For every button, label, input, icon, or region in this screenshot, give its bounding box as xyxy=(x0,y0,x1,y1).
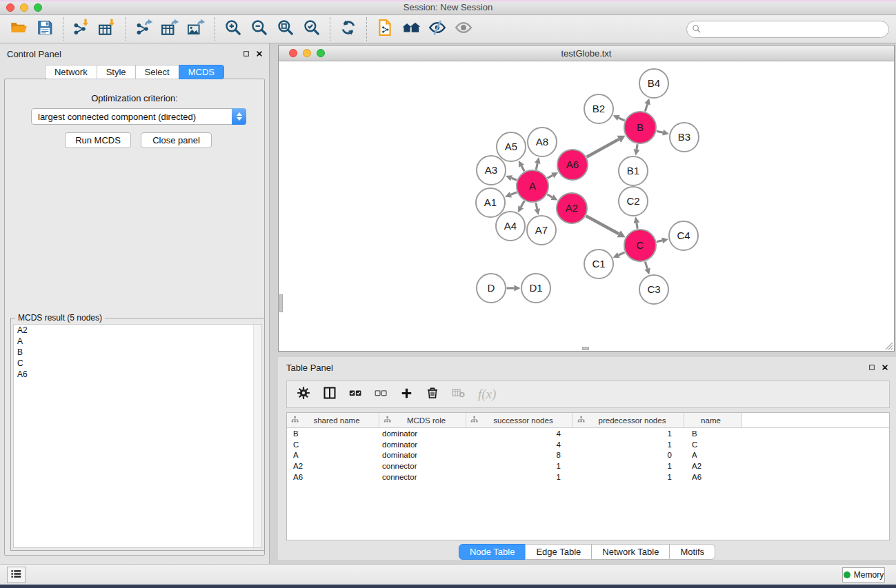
float-panel-icon[interactable] xyxy=(242,50,250,58)
zoom-out-icon xyxy=(250,19,268,39)
tab-edge-table[interactable]: Edge Table xyxy=(525,544,592,560)
run-mcds-button[interactable]: Run MCDS xyxy=(65,132,131,148)
table-cell: C xyxy=(287,440,379,449)
table-row[interactable]: A2connector11A2 xyxy=(287,460,889,472)
result-list-scrollbar[interactable] xyxy=(253,325,261,547)
edge-A-A7[interactable] xyxy=(536,203,537,209)
tab-node-table[interactable]: Node Table xyxy=(459,544,526,560)
table-cell: A xyxy=(287,451,379,459)
zoom-out-button[interactable] xyxy=(246,17,272,41)
zoom-fit-button[interactable] xyxy=(272,17,299,41)
table-row[interactable]: Adominator80A xyxy=(287,450,889,461)
delete-button[interactable] xyxy=(426,386,439,403)
network-window-titlebar[interactable]: testGlobe.txt xyxy=(279,45,894,61)
edge-C-C4[interactable] xyxy=(657,241,662,242)
column-header-name[interactable]: name xyxy=(684,413,742,427)
column-header-MCDS-role[interactable]: MCDS role xyxy=(379,413,466,427)
task-history-button[interactable] xyxy=(7,567,26,583)
column-header-successor-nodes[interactable]: successor nodes xyxy=(466,413,573,427)
eye-icon xyxy=(455,19,472,39)
refresh-button[interactable] xyxy=(335,17,361,41)
edge-A2-C[interactable] xyxy=(586,216,619,234)
table-cell: 1 xyxy=(573,473,684,481)
columns-icon xyxy=(323,386,337,403)
graph-node-label: C3 xyxy=(647,283,660,295)
memory-label: Memory xyxy=(854,570,884,580)
edge-arrowhead xyxy=(644,268,650,275)
table-row[interactable]: A6connector11A6 xyxy=(287,472,889,483)
document-network-button[interactable] xyxy=(372,17,398,41)
close-panel-icon[interactable] xyxy=(255,50,263,58)
result-list-item[interactable]: A xyxy=(14,336,261,347)
graph-node-label: A5 xyxy=(505,141,517,152)
graph-node-label: C2 xyxy=(626,195,639,207)
memory-button[interactable]: Memory xyxy=(842,567,885,582)
houses-icon xyxy=(402,19,420,39)
edge-C-C3[interactable] xyxy=(645,261,647,268)
criterion-select[interactable]: largest connected component (directed) xyxy=(31,108,246,125)
edge-A-A3[interactable] xyxy=(512,178,517,180)
tab-style[interactable]: Style xyxy=(97,65,136,79)
float-table-panel-icon[interactable] xyxy=(868,363,876,372)
window-resize-grip[interactable] xyxy=(884,341,893,350)
search-input[interactable] xyxy=(686,21,889,38)
edge-A-A8[interactable] xyxy=(536,163,537,170)
tab-network[interactable]: Network xyxy=(45,65,97,79)
result-list-item[interactable]: A6 xyxy=(14,369,261,380)
export-image-button[interactable] xyxy=(183,17,210,41)
column-header-shared-name[interactable]: shared name xyxy=(287,413,379,427)
result-list-item[interactable]: C xyxy=(14,358,261,369)
table-cell: 8 xyxy=(466,451,573,459)
save-session-button[interactable] xyxy=(32,17,58,41)
tab-motifs[interactable]: Motifs xyxy=(669,544,715,560)
edge-A-A5[interactable] xyxy=(521,166,524,172)
result-list-item[interactable]: A2 xyxy=(14,325,261,336)
eye-slash-button[interactable] xyxy=(424,17,450,41)
export-network-button[interactable] xyxy=(131,17,157,41)
edge-B-B2[interactable] xyxy=(619,118,625,121)
columns-button[interactable] xyxy=(323,386,337,403)
zoom-in-button[interactable] xyxy=(220,17,246,41)
table-row[interactable]: Bdominator41B xyxy=(287,428,889,439)
deselect-all-button[interactable] xyxy=(375,387,388,403)
export-table-button[interactable] xyxy=(157,17,183,41)
edge-A-A2[interactable] xyxy=(547,194,552,197)
tab-network-table[interactable]: Network Table xyxy=(591,544,670,560)
edge-arrowhead xyxy=(535,157,541,164)
edge-B-B1[interactable] xyxy=(637,144,637,150)
tab-mcds[interactable]: MCDS xyxy=(179,65,224,79)
eye-button[interactable] xyxy=(450,17,477,41)
edge-B-B4[interactable] xyxy=(645,104,647,111)
result-list-item[interactable]: B xyxy=(14,347,261,358)
close-panel-button[interactable]: Close panel xyxy=(141,132,212,148)
network-vertical-scrollbar[interactable] xyxy=(279,294,283,312)
import-table-button[interactable] xyxy=(94,17,121,41)
table-cell: 1 xyxy=(573,429,684,438)
gear-button[interactable] xyxy=(297,386,310,403)
edge-C-C2[interactable] xyxy=(637,223,637,229)
houses-button[interactable] xyxy=(398,17,424,41)
graph-node-label: D xyxy=(488,282,495,294)
edge-C-C1[interactable] xyxy=(619,252,625,255)
edge-B-B3[interactable] xyxy=(657,131,663,132)
edge-A-A6[interactable] xyxy=(548,175,553,178)
deselect-all-icon xyxy=(375,387,388,403)
table-cell: 1 xyxy=(466,473,573,481)
network-horizontal-scrollbar[interactable] xyxy=(582,347,589,350)
tab-select[interactable]: Select xyxy=(135,65,179,79)
edge-A-A1[interactable] xyxy=(510,192,517,194)
add-button[interactable] xyxy=(400,387,413,403)
column-label: shared name xyxy=(299,416,379,425)
edge-A-A4[interactable] xyxy=(521,201,524,207)
table-row[interactable]: Cdominator41C xyxy=(287,439,889,450)
network-canvas[interactable]: B4B2BB3A5A8A6A3B1AA1C2A2A4A7C4CC1C3DD1 xyxy=(279,61,894,351)
network-window-title: testGlobe.txt xyxy=(279,48,894,59)
select-all-button[interactable] xyxy=(349,387,362,403)
import-network-button[interactable] xyxy=(68,17,94,41)
open-session-button[interactable] xyxy=(6,17,32,41)
edge-arrowhead xyxy=(514,285,520,292)
close-table-panel-icon[interactable] xyxy=(881,363,889,372)
zoom-selected-button[interactable] xyxy=(299,17,325,41)
edge-A6-B[interactable] xyxy=(587,139,619,157)
column-header-predecessor-nodes[interactable]: predecessor nodes xyxy=(573,413,684,427)
